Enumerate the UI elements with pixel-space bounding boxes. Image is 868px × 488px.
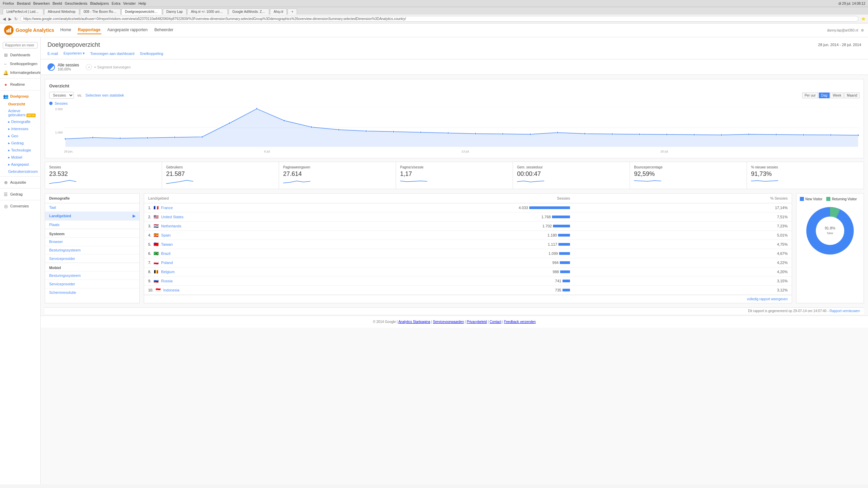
sidebar-label-conversies: Conversies (10, 204, 29, 208)
tab-linkperfect[interactable]: LinkPerfect.nl | Ledenpagina (3, 8, 43, 15)
country-flag: 🇵🇱 (154, 260, 159, 265)
country-link[interactable]: Taiwan (161, 242, 173, 246)
tab-doelgroep[interactable]: Doelgroepoverzicht - Goo... (121, 8, 162, 15)
sidebar-sub-aangepast[interactable]: ▸ Aangepast (0, 161, 40, 168)
country-link[interactable]: Belgium (161, 270, 175, 274)
country-link[interactable]: Brazil (161, 251, 171, 256)
sidebar-item-realtime[interactable]: ● Realtime (0, 80, 40, 89)
sidebar-label-realtime: Realtime (10, 82, 25, 86)
nav-rapportage[interactable]: Rapportage (77, 26, 101, 34)
action-add-dashboard[interactable]: Toevoegen aan dashboard (90, 52, 134, 56)
sessions-bar (558, 234, 570, 237)
new-visitor-label: New Visitor (805, 197, 822, 201)
country-link[interactable]: United States (161, 215, 183, 219)
nav-aangepast[interactable]: Aangepaste rapporten (107, 26, 149, 34)
time-btn-maand[interactable]: Maand (844, 93, 860, 98)
sidebar-label-snelkoppelingen: Snelkoppelingen (10, 62, 37, 66)
action-export[interactable]: Exporteren ▾ (63, 51, 85, 56)
sidebar-sub-overzicht[interactable]: Overzicht (0, 101, 40, 107)
tab-allround[interactable]: Allround Webshop (44, 8, 79, 15)
demo-plaats[interactable]: Plaats (45, 221, 139, 229)
sidebar-sub-mobiel[interactable]: ▸ Mobiel (0, 154, 40, 161)
demo-browser[interactable]: Browser (45, 238, 139, 246)
country-link[interactable]: Spain (161, 233, 171, 237)
tab-danny[interactable]: Danny Lap (163, 8, 186, 15)
country-link[interactable]: Poland (161, 261, 173, 265)
metric-box-sessies: Sessies 23.532 (45, 162, 162, 189)
tab-ahq[interactable]: Ahq.nl +/- 1000 unieke b... (187, 8, 228, 15)
sidebar-item-conversies[interactable]: ◎ Conversies (0, 202, 40, 210)
sidebar-sub-technologie[interactable]: ▸ Technologie (0, 147, 40, 154)
country-sessions: 1.768 (515, 212, 574, 222)
demo-mobiel-serviceprovider[interactable]: Serviceprovider (45, 280, 139, 288)
country-link[interactable]: Netherlands (161, 224, 181, 228)
tab-ahq2[interactable]: Ahq.nl (270, 8, 287, 15)
svg-point-8 (92, 137, 94, 138)
sidebar-item-doelgroep[interactable]: 👥 Doelgroep (0, 92, 40, 101)
volledig-rapport[interactable]: volledig rapport weergeven (144, 295, 792, 303)
action-snelkoppeling[interactable]: Snelkoppeling (140, 52, 163, 56)
demo-serviceprovider[interactable]: Serviceprovider (45, 255, 139, 263)
country-link[interactable]: France (161, 206, 173, 210)
footer-privacy[interactable]: Privacybeleid (467, 320, 487, 324)
sidebar-sub-actieve[interactable]: Actieve gebruikers BETA (0, 107, 40, 118)
footer-feedback[interactable]: Feedback verzenden (504, 320, 536, 324)
demo-mobiel-besturingssysteem[interactable]: Besturingssysteem (45, 271, 139, 280)
action-bar: E-mail Exporteren ▾ Toevoegen aan dashbo… (47, 51, 861, 59)
demo-besturingssysteem[interactable]: Besturingssysteem (45, 246, 139, 255)
nav-home[interactable]: Home (60, 26, 72, 34)
sidebar-item-dashboards[interactable]: ⊞ Dashboards (0, 50, 40, 59)
svg-point-21 (447, 132, 449, 134)
sidebar-item-info[interactable]: 🔔 Informatiegebeurtenissen (0, 68, 40, 77)
metric-select[interactable]: Sessies (49, 92, 74, 99)
tab-boom[interactable]: 008 - The Boom Room (80, 8, 121, 15)
svg-point-36 (857, 135, 859, 136)
svg-point-38 (816, 217, 844, 245)
settings-icon[interactable]: ⚙ (861, 28, 864, 32)
sessions-bar (558, 243, 570, 246)
svg-point-31 (721, 134, 722, 136)
svg-point-27 (611, 133, 613, 135)
address-bar[interactable]: https://www.google.com/analytics/web/aut… (20, 16, 859, 22)
sidebar-sub-interesses[interactable]: ▸ Interesses (0, 125, 40, 133)
returning-visitor-label: Returning Visitor (832, 197, 857, 201)
sidebar-sub-gedrag[interactable]: ▸ Gedrag (0, 140, 40, 147)
sidebar-sub-demografie[interactable]: ▸ Demografle (0, 118, 40, 125)
segment-add[interactable]: + + Segment toevoegen (86, 64, 131, 70)
sidebar-sub-geo[interactable]: ▸ Geo (0, 133, 40, 140)
tab-new[interactable]: + (288, 8, 297, 15)
footer-contact[interactable]: Contact (490, 320, 501, 324)
country-link[interactable]: Indonesia (163, 288, 179, 292)
country-link[interactable]: Russia (161, 279, 173, 283)
time-btn-dag[interactable]: Dag (819, 93, 830, 98)
time-btn-week[interactable]: Week (830, 93, 844, 98)
metric-box-paginaweergaven: Paginaweergaven 27.614 (279, 162, 396, 189)
time-btn-per-uur[interactable]: Per uur (802, 93, 818, 98)
segment-percent: 100,00% (58, 67, 79, 71)
sidebar-item-gedrag[interactable]: ☰ Gedrag (0, 190, 40, 199)
sidebar-divider-1 (0, 78, 40, 79)
sidebar-sub-gebruikersstroom[interactable]: Gebruikersstroom (0, 168, 40, 175)
segment-circle (47, 63, 55, 71)
ga-main: ⊞ Dashboards ← Snelkoppelingen 🔔 Informa… (0, 37, 868, 484)
sidebar: ⊞ Dashboards ← Snelkoppelingen 🔔 Informa… (0, 37, 41, 484)
sidebar-item-snelkoppelingen[interactable]: ← Snelkoppelingen (0, 59, 40, 68)
sidebar-item-acquisitie[interactable]: ⊕ Acquisitie (0, 178, 40, 187)
select-stat[interactable]: Selecteer een statistiek (85, 93, 124, 97)
sessions-bar (560, 270, 570, 273)
col-land: Land/gebied (144, 194, 515, 203)
search-input[interactable] (3, 42, 38, 48)
footer-servicevoorwaarden[interactable]: Servicevoorwaarden (433, 320, 464, 324)
nav-beheerder[interactable]: Beheerder (154, 26, 174, 34)
country-pct: 4,75% (574, 240, 792, 249)
top-bar: Google Analytics Home Rapportage Aangepa… (0, 23, 868, 37)
tab-adwords[interactable]: Google AdWords: Zoekwo... (229, 8, 269, 15)
demo-taal[interactable]: Taal (45, 203, 139, 212)
demo-land[interactable]: Land/gebied ▶ (45, 212, 139, 221)
sidebar-label-gedrag: Gedrag (10, 192, 23, 196)
footer-analytics[interactable]: Analytics Startpagina (398, 320, 430, 324)
action-email[interactable]: E-mail (47, 52, 58, 56)
rapport-vernieuwen[interactable]: Rapport vernieuwen (830, 309, 860, 313)
table-row: 4. 🇪🇸 Spain 1.180 5,01% (144, 231, 792, 240)
demo-schermresolutie[interactable]: Schermresolutie (45, 288, 139, 297)
